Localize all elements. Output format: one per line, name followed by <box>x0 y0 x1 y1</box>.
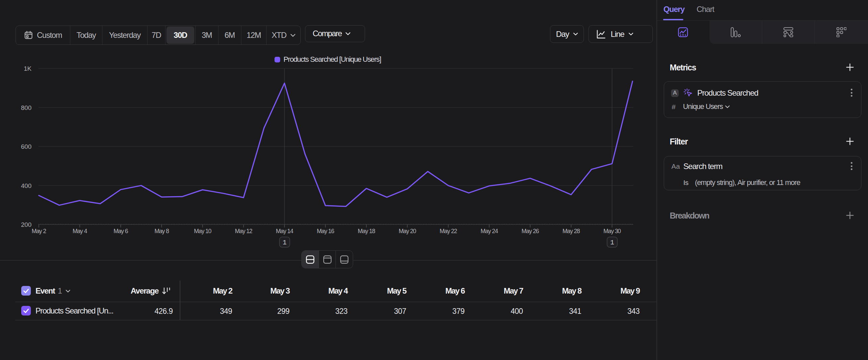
svg-text:400: 400 <box>21 182 31 189</box>
svg-text:May 20: May 20 <box>399 228 416 234</box>
svg-text:May 10: May 10 <box>194 228 212 234</box>
svg-text:May 6: May 6 <box>114 228 128 234</box>
svg-text:May 16: May 16 <box>317 228 335 234</box>
svg-text:May 14: May 14 <box>276 228 293 234</box>
svg-text:200: 200 <box>21 221 31 228</box>
svg-text:1: 1 <box>610 239 614 246</box>
svg-text:May 4: May 4 <box>72 228 87 234</box>
svg-text:May 30: May 30 <box>603 228 621 234</box>
svg-text:May 8: May 8 <box>155 228 169 234</box>
svg-text:1K: 1K <box>24 65 32 72</box>
svg-text:800: 800 <box>21 104 31 111</box>
svg-text:May 2: May 2 <box>31 228 46 234</box>
svg-text:May 24: May 24 <box>481 228 498 234</box>
svg-text:May 18: May 18 <box>358 228 375 234</box>
svg-text:1: 1 <box>282 239 286 246</box>
svg-text:May 22: May 22 <box>440 228 457 234</box>
svg-text:600: 600 <box>21 143 31 150</box>
svg-text:May 28: May 28 <box>563 228 580 234</box>
svg-text:May 12: May 12 <box>235 228 253 234</box>
svg-text:May 26: May 26 <box>522 228 539 234</box>
